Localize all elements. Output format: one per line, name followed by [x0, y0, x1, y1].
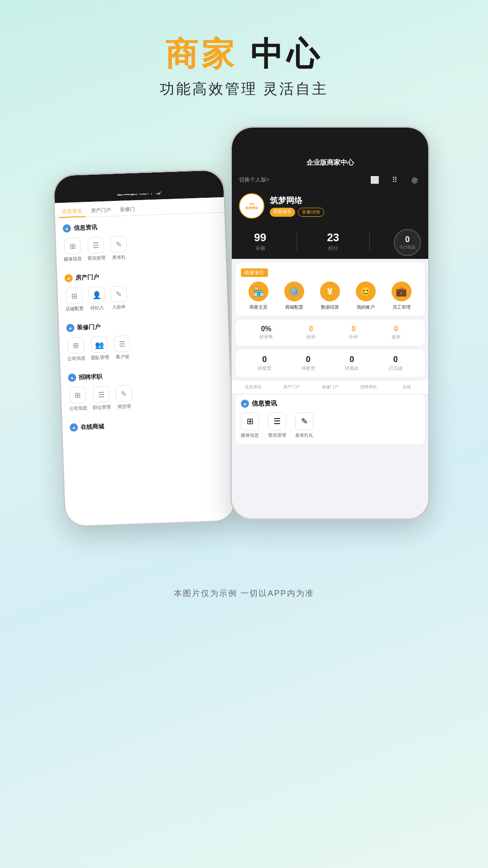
back-icon-media[interactable]: ⊞ 媒体信息 [63, 238, 82, 262]
today-badge-num: 0 [405, 235, 410, 244]
settings-icon[interactable]: ◎ [408, 173, 421, 186]
info-icon-publish[interactable]: ✎ 发布扎礼 [295, 412, 313, 439]
back-icon-position[interactable]: ☰ 职位管理 [92, 386, 111, 411]
phone-front-screen: 企业版商家中心 切换个人版> ⬜ ⠿ ◎ eM 筑梦网络 [232, 128, 428, 519]
title-black: 中心 [250, 36, 323, 72]
front-profile-info: 筑梦网络 商家服务 客餐详情 [270, 195, 324, 217]
back-icon-company[interactable]: ⊞ 公司信息 [67, 337, 86, 362]
avatar: eM 筑梦网络 [239, 193, 264, 219]
back-icon-team-label: 团队管理 [91, 354, 109, 361]
badge-guest-detail: 客餐详情 [298, 208, 324, 217]
pending-refund-label: 待退款 [345, 365, 359, 372]
back-section-header-online: ● 在线商城 [70, 418, 225, 432]
back-tab-deco[interactable]: 装修门 [116, 204, 139, 216]
back-icon-news-label: 资讯管理 [87, 255, 105, 262]
info-icon-news-label: 资讯管理 [268, 432, 286, 439]
balance-num: 99 [254, 231, 266, 244]
rating-good-rate: 0% 好评率 [259, 325, 273, 340]
dynamic-island-back [114, 178, 164, 195]
order-pending-receive[interactable]: 0 待收货 [301, 355, 315, 372]
rating-bad: 0 差评 [392, 325, 401, 340]
medium-label: 中评 [349, 334, 358, 340]
back-icon-resume[interactable]: ✎ 简历管 [115, 385, 133, 410]
completed-num: 0 [389, 355, 402, 364]
back-icon-checkin[interactable]: ✎ 入驻申 [110, 286, 127, 310]
bottom-nav-info[interactable]: 信息资讯 [234, 383, 272, 391]
merchant-store-config[interactable]: ⚙️ 商铺配置 [284, 281, 304, 310]
phones-container: 企业版商家中心 信息资讯 房产门户 装修门 ● 信息资讯 ⊞ 媒体信息 [58, 126, 430, 570]
merchant-data[interactable]: ¥ 数据结算 [320, 281, 340, 310]
info-icon-news[interactable]: ☰ 资讯管理 [268, 412, 286, 439]
back-icon-checkin-box: ✎ [110, 286, 127, 302]
back-icons-row-deco: ⊞ 公司信息 👥 团队管理 ☰ 客户管 [67, 330, 222, 364]
back-icon-news[interactable]: ☰ 资讯管理 [86, 237, 105, 262]
back-icon-store[interactable]: ⊞ 店铺配置 [65, 287, 84, 312]
merchant-store-config-label: 商铺配置 [285, 304, 303, 310]
bottom-nav-house[interactable]: 房产门户 [272, 383, 311, 391]
pending-ship-num: 0 [258, 355, 271, 364]
good-num: 0 [306, 325, 316, 333]
back-icon-company-label: 公司信息 [67, 355, 85, 362]
bottom-nav-recruit[interactable]: 招聘求职 [349, 383, 388, 391]
pending-refund-num: 0 [345, 355, 359, 364]
front-switch-text[interactable]: 切换个人版> [239, 176, 269, 184]
front-stats: 99 余额 23 积分 0 0 今日收益 [232, 226, 428, 259]
phone-back: 企业版商家中心 信息资讯 房产门户 装修门 ● 信息资讯 ⊞ 媒体信息 [53, 169, 237, 528]
order-pending-refund[interactable]: 0 待退款 [345, 355, 359, 372]
front-header-icons: ⬜ ⠿ ◎ [368, 173, 421, 186]
merchant-home-label: 商家主页 [249, 304, 268, 310]
back-section-deco: ● 装修门户 ⊞ 公司信息 👥 团队管理 ☰ 客户管 [62, 315, 226, 367]
stat-balance: 99 余额 [254, 231, 266, 252]
front-badge-row: 商家服务 客餐详情 [270, 208, 324, 217]
order-completed[interactable]: 0 已完成 [389, 355, 402, 372]
qr-icon[interactable]: ⠿ [388, 173, 401, 186]
back-icon-team[interactable]: 👥 团队管理 [90, 336, 109, 361]
pending-ship-label: 待发货 [258, 365, 271, 372]
medium-num: 0 [349, 325, 358, 333]
badge-merchant-service: 商家服务 [270, 208, 295, 217]
merchant-account[interactable]: 😊 我的账户 [356, 281, 376, 310]
info-section-header: ● 信息资讯 [241, 400, 419, 408]
back-tab-info[interactable]: 信息资讯 [58, 206, 86, 218]
merchant-home[interactable]: 🏪 商家主页 [249, 281, 268, 310]
back-icon-checkin-label: 入驻申 [112, 304, 126, 311]
stat-points: 23 积分 [327, 231, 339, 252]
pending-receive-num: 0 [301, 355, 315, 364]
back-icon-broker[interactable]: 👤 经纪人 [88, 286, 105, 311]
back-icon-broker-box: 👤 [88, 286, 105, 303]
back-icon-store-label: 店铺配置 [66, 305, 84, 312]
front-switch-row: 切换个人版> ⬜ ⠿ ◎ [232, 171, 428, 189]
back-icon-customer[interactable]: ☰ 客户管 [114, 335, 131, 360]
back-section-icon-recruit: ● [68, 373, 77, 382]
back-icons-row-recruit: ⊞ 公司信息 ☰ 职位管理 ✎ 简历管 [68, 380, 224, 414]
back-icon-company2[interactable]: ⊞ 公司信息 [68, 387, 87, 412]
today-earnings-badge: 0 今日收益 [394, 229, 421, 256]
info-icon-publish-box: ✎ [295, 412, 313, 430]
ratings-card: 0% 好评率 0 好评 0 中评 0 差评 [235, 320, 425, 346]
bottom-nav-online[interactable]: 在线 [388, 383, 426, 391]
back-icon-publish[interactable]: ✎ 发布扎 [110, 236, 127, 261]
back-icon-media-label: 媒体信息 [64, 256, 82, 262]
front-header-title: 企业版商家中心 [232, 155, 428, 171]
back-icon-position-label: 职位管理 [92, 404, 110, 411]
scan-icon[interactable]: ⬜ [368, 173, 381, 186]
info-icon-media[interactable]: ⊞ 媒体信息 [241, 412, 259, 439]
back-icon-resume-label: 简历管 [117, 403, 131, 410]
back-section-title-info: 信息资讯 [73, 224, 97, 233]
merchant-zone-tag: 商家专区 [241, 268, 268, 277]
merchant-account-icon: 😊 [356, 281, 376, 301]
bottom-nav-deco[interactable]: 装修门户 [311, 383, 349, 391]
orders-card: 0 待发货 0 待收货 0 待退款 0 已完成 [235, 349, 425, 377]
back-section-icon-online: ● [70, 423, 78, 432]
merchant-staff[interactable]: 💼 员工管理 [392, 281, 411, 310]
order-pending-ship[interactable]: 0 待发货 [258, 355, 271, 372]
rating-medium: 0 中评 [349, 325, 358, 340]
front-profile: eM 筑梦网络 筑梦网络 商家服务 客餐详情 [232, 189, 428, 226]
back-icon-media-box: ⊞ [64, 238, 81, 254]
back-icon-publish-box: ✎ [110, 236, 127, 253]
back-tab-house[interactable]: 房产门户 [87, 205, 115, 217]
back-section-header-recruit: ● 招聘求职 [68, 368, 223, 382]
avatar-text: eM 筑梦网络 [245, 202, 258, 210]
back-icon-company-box: ⊞ [67, 337, 84, 354]
back-icons-row-house: ⊞ 店铺配置 👤 经纪人 ✎ 入驻申 [65, 281, 220, 314]
